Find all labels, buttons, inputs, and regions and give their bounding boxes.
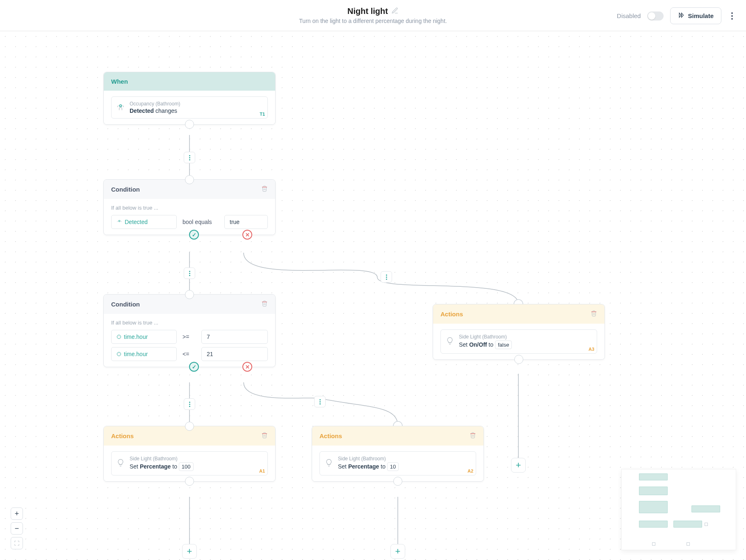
when-node[interactable]: When Occupancy (Bathroom) Detected chang… [103,72,276,125]
node-out-port[interactable] [185,120,194,129]
bulb-icon [325,459,333,468]
flow-canvas[interactable]: When Occupancy (Bathroom) Detected chang… [0,31,746,560]
node-in-port[interactable] [185,422,194,431]
action-value-input[interactable]: 100 [179,462,194,471]
actions-title: Actions [319,432,342,439]
actions-node[interactable]: Actions Side Light (Bathroom) Set On/Off… [433,304,605,360]
actions-node[interactable]: Actions Side Light (Bathroom) Set Percen… [312,426,484,482]
svg-marker-1 [682,13,684,18]
bulb-icon [116,459,125,468]
add-node-button[interactable]: + [511,458,526,473]
page-subtitle: Turn on the light to a different percent… [299,18,447,24]
header: Night light Turn on the light to a diffe… [0,0,746,31]
condition-operator: bool equals [183,219,219,225]
actions-node[interactable]: Actions Side Light (Bathroom) Set Percen… [103,426,276,482]
action-value-input[interactable]: 10 [387,462,399,471]
action-card[interactable]: Side Light (Bathroom) Set Percentage to … [111,451,268,475]
trigger-device: Occupancy (Bathroom) [130,101,262,107]
edge-menu-icon[interactable] [381,271,392,283]
fullscreen-button[interactable] [11,537,23,549]
trigger-badge: T1 [260,112,265,117]
edge-menu-icon[interactable] [184,152,195,163]
condition-node[interactable]: Condition If all below is true ... Detec… [103,179,276,235]
zoom-out-button[interactable]: − [11,522,23,535]
condition-node[interactable]: Condition If all below is true ... time.… [103,294,276,367]
pencil-icon[interactable] [391,7,399,16]
minimap[interactable] [621,469,736,550]
enabled-toggle[interactable] [647,11,664,21]
close-icon[interactable]: ✕ [242,362,252,372]
condition-value-input[interactable]: true [224,215,268,229]
trigger-card[interactable]: Occupancy (Bathroom) Detected changes T1 [111,96,268,119]
action-card[interactable]: Side Light (Bathroom) Set On/Off to fals… [440,329,597,354]
trash-icon[interactable] [261,185,268,193]
svg-marker-0 [680,13,682,18]
edge-menu-icon[interactable] [184,398,195,410]
action-badge: A1 [259,469,265,473]
close-icon[interactable]: ✕ [242,230,252,240]
check-icon[interactable]: ✓ [189,230,199,240]
simulate-button[interactable]: Simulate [670,7,721,24]
bulb-icon [446,337,454,346]
condition-operator: <= [183,351,196,357]
action-device: Side Light (Bathroom) [338,456,471,462]
action-device: Side Light (Bathroom) [459,334,592,340]
actions-title: Actions [440,311,463,318]
action-badge: A2 [468,469,473,473]
condition-hint: If all below is true ... [111,320,268,326]
zoom-controls: + − [11,507,23,549]
trash-icon[interactable] [470,432,476,440]
disabled-label: Disabled [617,12,641,19]
action-card[interactable]: Side Light (Bathroom) Set Percentage to … [319,451,476,475]
when-title: When [111,78,128,85]
svg-point-4 [120,105,122,107]
condition-variable-chip[interactable]: time.hour [111,330,177,344]
action-device: Side Light (Bathroom) [130,456,262,462]
trash-icon[interactable] [261,300,268,308]
node-out-port[interactable] [514,355,523,364]
condition-value-input[interactable]: 7 [201,330,268,344]
node-out-port[interactable] [185,477,194,486]
actions-title: Actions [111,432,134,439]
condition-operator: >= [183,334,196,340]
trash-icon[interactable] [591,310,597,318]
add-node-button[interactable]: + [390,544,405,559]
svg-point-5 [119,220,120,222]
occupancy-icon [116,103,125,112]
condition-title: Condition [111,186,140,193]
node-in-port[interactable] [185,175,194,184]
play-icon [678,12,684,20]
check-icon[interactable]: ✓ [189,362,199,372]
condition-hint: If all below is true ... [111,205,268,211]
condition-value-input[interactable]: 21 [201,347,268,361]
zoom-in-button[interactable]: + [11,507,23,520]
condition-title: Condition [111,301,140,308]
add-node-button[interactable]: + [182,544,197,559]
edge-menu-icon[interactable] [184,267,195,279]
condition-variable-chip[interactable]: Detected [111,215,177,229]
overflow-menu-icon[interactable] [728,9,736,23]
condition-variable-chip[interactable]: time.hour [111,347,177,361]
page-title: Night light [347,7,388,16]
edge-menu-icon[interactable] [314,396,326,407]
node-in-port[interactable] [185,290,194,299]
action-badge: A3 [589,347,594,352]
node-out-port[interactable] [393,477,402,486]
trash-icon[interactable] [261,432,268,440]
action-value-input[interactable]: false [495,341,512,349]
